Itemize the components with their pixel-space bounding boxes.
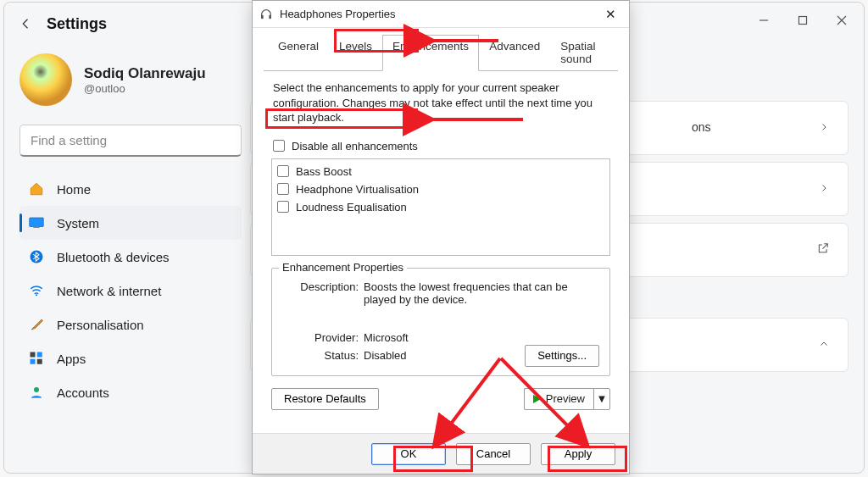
tab-levels[interactable]: Levels <box>329 35 382 71</box>
headphones-icon <box>259 8 273 21</box>
svg-rect-2 <box>30 218 44 227</box>
minimize-icon <box>759 15 769 25</box>
sidebar-item-personalisation[interactable]: Personalisation <box>19 308 242 341</box>
arrow-to-disable-all <box>421 111 531 131</box>
back-button[interactable] <box>9 7 43 41</box>
properties-title: Enhancement Properties <box>279 261 407 274</box>
svg-rect-1 <box>799 17 807 25</box>
restore-defaults-button[interactable]: Restore Defaults <box>271 388 379 410</box>
external-link-icon <box>817 242 829 258</box>
svg-rect-3 <box>33 227 40 229</box>
enhancement-item[interactable]: Loudness Equalisation <box>275 198 606 216</box>
checkbox-icon[interactable] <box>273 140 285 152</box>
chevron-up-icon <box>819 337 829 352</box>
arrow-to-apply-button <box>497 354 598 458</box>
svg-line-16 <box>501 358 586 444</box>
svg-rect-11 <box>261 14 264 19</box>
status-label: Status: <box>282 349 364 362</box>
avatar <box>19 53 72 106</box>
enhancement-item[interactable]: Headphone Virtualisation <box>275 180 606 198</box>
svg-rect-9 <box>37 359 42 364</box>
search-container <box>19 125 242 157</box>
svg-rect-12 <box>269 14 271 19</box>
sidebar-item-bluetooth[interactable]: Bluetooth & devices <box>19 240 242 274</box>
profile-email: @outloo <box>84 82 206 95</box>
description-value: Boosts the lowest frequencies that can b… <box>364 280 599 306</box>
sidebar-item-label: Apps <box>57 352 86 366</box>
sidebar-item-label: System <box>57 216 99 230</box>
sidebar-item-label: Bluetooth & devices <box>57 250 170 264</box>
dialog-title: Headphones Properties <box>280 8 396 20</box>
sidebar-item-apps[interactable]: Apps <box>19 341 242 375</box>
minimize-button[interactable] <box>744 5 783 36</box>
enhancement-label: Bass Boost <box>296 165 352 178</box>
settings-sidebar: Sodiq Olanrewaju @outloo Home System Blu… <box>4 48 250 473</box>
home-icon <box>28 180 45 197</box>
disable-all-enhancements-row[interactable]: Disable all enhancements <box>271 137 610 155</box>
enhancement-label: Headphone Virtualisation <box>296 183 419 196</box>
window-controls <box>744 5 861 36</box>
checkbox-icon[interactable] <box>277 165 289 177</box>
close-button[interactable] <box>822 5 861 36</box>
svg-rect-8 <box>31 359 36 364</box>
checkbox-icon[interactable] <box>277 201 289 213</box>
checkbox-icon[interactable] <box>277 183 289 195</box>
svg-rect-7 <box>37 352 42 358</box>
person-icon <box>28 384 45 401</box>
sidebar-item-network[interactable]: Network & internet <box>19 274 242 308</box>
search-input[interactable] <box>19 125 242 157</box>
paintbrush-icon <box>28 316 45 333</box>
sidebar-item-label: Personalisation <box>57 318 144 332</box>
sidebar-item-home[interactable]: Home <box>19 172 242 206</box>
card-label-fragment: ons <box>692 120 711 134</box>
tab-general[interactable]: General <box>268 35 329 71</box>
svg-point-10 <box>34 387 39 392</box>
chevron-right-icon <box>819 120 829 136</box>
svg-point-5 <box>36 294 37 296</box>
arrow-left-icon <box>19 16 34 31</box>
sidebar-item-label: Accounts <box>57 385 109 400</box>
maximize-icon <box>798 15 808 25</box>
arrow-to-enhancements-tab <box>422 32 507 53</box>
enhancement-label: Loudness Equalisation <box>296 201 407 214</box>
profile-block[interactable]: Sodiq Olanrewaju @outloo <box>19 53 242 106</box>
bluetooth-icon <box>28 248 45 265</box>
provider-label: Provider: <box>282 331 364 344</box>
enhancement-item[interactable]: Bass Boost <box>275 163 606 180</box>
description-label: Description: <box>282 280 364 306</box>
tab-spatial-sound[interactable]: Spatial sound <box>550 35 620 71</box>
sidebar-item-label: Network & internet <box>57 284 161 298</box>
maximize-button[interactable] <box>783 5 822 36</box>
enhancements-list[interactable]: Bass Boost Headphone Virtualisation Loud… <box>271 158 610 256</box>
provider-value: Microsoft <box>364 331 599 344</box>
settings-title: Settings <box>47 15 107 33</box>
sidebar-item-label: Home <box>57 182 91 197</box>
wifi-icon <box>28 282 45 299</box>
sidebar-item-system[interactable]: System <box>19 206 242 240</box>
system-icon <box>28 214 45 231</box>
chevron-right-icon <box>819 181 829 197</box>
profile-name: Sodiq Olanrewaju <box>84 65 206 82</box>
apps-icon <box>28 350 45 367</box>
dialog-titlebar: Headphones Properties ✕ <box>253 1 629 28</box>
close-icon <box>837 15 847 25</box>
disable-all-label: Disable all enhancements <box>292 140 418 153</box>
sidebar-item-accounts[interactable]: Accounts <box>19 375 242 409</box>
svg-rect-6 <box>31 352 36 358</box>
dialog-close-button[interactable]: ✕ <box>598 7 622 22</box>
svg-line-15 <box>436 358 500 444</box>
